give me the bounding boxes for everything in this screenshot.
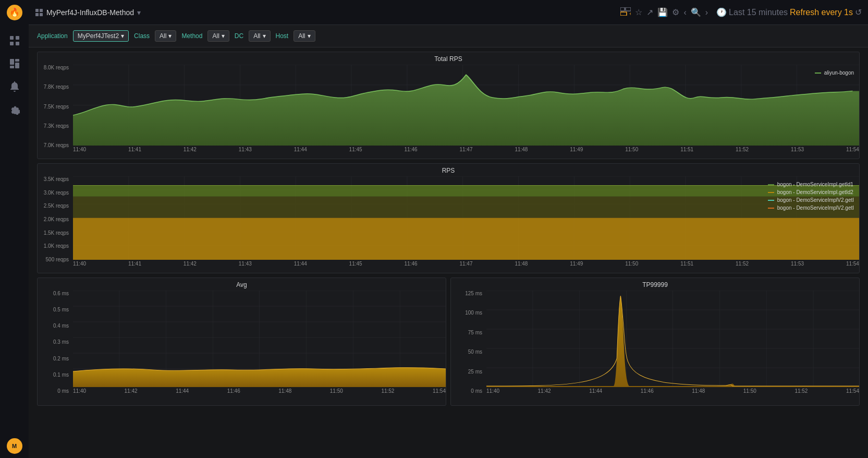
clock-icon: 🕐 (716, 7, 727, 17)
total-rps-title: Total RPS (38, 52, 859, 65)
total-rps-area: 11:4011:4111:4211:4311:44 11:4511:4611:4… (73, 65, 859, 159)
refresh-icon[interactable]: ↺ (855, 7, 862, 17)
rps-yaxis: 3.5K reqps 3.0K reqps 2.5K reqps 2.0K re… (38, 176, 73, 273)
nav-next-icon[interactable]: › (705, 8, 708, 17)
time-info: 🕐 Last 15 minutes Refresh every 1s ↺ (716, 7, 862, 17)
tp99999-area: 11:4011:4211:4411:46 11:4811:5011:5211:5… (486, 291, 859, 405)
add-panel-icon[interactable]: + (620, 7, 631, 18)
title-dropdown[interactable]: ▾ (137, 8, 141, 17)
dashboard-icon[interactable] (5, 54, 24, 73)
filter-class-label: Class (134, 32, 150, 40)
topbar: MyPerf4J-InfluxDB-Method ▾ + ☆ ↗ 💾 ⚙ ‹ 🔍… (29, 0, 868, 25)
svg-rect-8 (15, 63, 19, 68)
legend-rps1: bogon - DemoServiceImpl.getId1 (777, 182, 853, 187)
filter-application-label: Application (37, 32, 68, 40)
filter-method-dropdown[interactable]: All ▾ (207, 30, 229, 42)
svg-rect-13 (40, 13, 43, 16)
total-rps-inner: 8.0K reqps 7.8K reqps 7.5K reqps 7.3K re… (38, 65, 859, 159)
total-rps-yaxis: 8.0K reqps 7.8K reqps 7.5K reqps 7.3K re… (38, 65, 73, 159)
svg-rect-6 (10, 59, 14, 65)
legend-rps4: bogon - DemoServiceImplV2.getI (777, 205, 854, 211)
avg-xaxis: 11:4011:4211:4411:46 11:4811:5011:5211:5… (73, 387, 446, 396)
svg-rect-3 (16, 36, 19, 40)
avg-area: 11:4011:4211:4411:46 11:4811:5011:5211:5… (73, 291, 446, 405)
rps-legend: bogon - DemoServiceImpl.getId1 bogon - D… (768, 182, 854, 213)
app-logo[interactable]: 🔥 (6, 4, 23, 21)
save-icon[interactable]: 💾 (657, 7, 668, 17)
tp99999-yaxis: 125 ms 100 ms 75 ms 50 ms 25 ms 0 ms (451, 291, 486, 405)
settings-icon2[interactable]: ⚙ (672, 7, 679, 17)
bell-icon[interactable] (5, 77, 24, 96)
tp99999-chart: TP99999 125 ms 100 ms 75 ms 50 ms 25 ms … (450, 278, 860, 406)
total-rps-chart: Total RPS 8.0K reqps 7.8K reqps 7.5K req… (37, 52, 860, 159)
topbar-actions: + ☆ ↗ 💾 ⚙ ‹ 🔍 › 🕐 Last 15 minutes Refres… (620, 7, 862, 18)
rps-xaxis: 11:4011:4111:4211:4311:44 11:4511:4611:4… (73, 260, 859, 269)
svg-rect-12 (35, 13, 39, 16)
settings-icon[interactable] (5, 100, 24, 119)
dashboard: Total RPS 8.0K reqps 7.8K reqps 7.5K req… (29, 47, 868, 458)
tp99999-xaxis: 11:4011:4211:4411:46 11:4811:5011:5211:5… (486, 387, 859, 396)
rps-area: 11:4011:4111:4211:4311:44 11:4511:4611:4… (73, 176, 859, 273)
legend-rps3: bogon - DemoServiceImplV2.getI (777, 197, 854, 203)
title-text: MyPerf4J-InfluxDB-Method (46, 8, 134, 17)
svg-rect-11 (40, 9, 43, 12)
refresh-label: Refresh every 1s (790, 8, 853, 17)
svg-rect-14 (620, 7, 625, 11)
rps-chart: RPS 3.5K reqps 3.0K reqps 2.5K reqps 2.0… (37, 163, 860, 273)
tp99999-svg (486, 291, 859, 387)
total-rps-legend: aliyun-bogon (815, 70, 854, 78)
tp99999-inner: 125 ms 100 ms 75 ms 50 ms 25 ms 0 ms (451, 291, 859, 405)
svg-rect-2 (10, 36, 14, 40)
zoom-icon[interactable]: 🔍 (691, 7, 701, 17)
sidebar: 🔥 M (0, 0, 29, 458)
filter-application-dropdown[interactable]: MyPerf4JTest2 ▾ (73, 30, 129, 42)
svg-rect-15 (626, 7, 631, 11)
dashboard-title: MyPerf4J-InfluxDB-Method ▾ (35, 8, 141, 17)
svg-rect-4 (10, 42, 14, 45)
avg-svg (73, 291, 446, 387)
filterbar: Application MyPerf4JTest2 ▾ Class All ▾ … (29, 25, 868, 47)
svg-text:🔥: 🔥 (9, 7, 20, 17)
avg-chart: Avg 0.6 ms 0.5 ms 0.4 ms 0.3 ms 0.2 ms 0… (37, 278, 446, 406)
legend-aliyun: aliyun-bogon (824, 70, 854, 76)
rps-inner: 3.5K reqps 3.0K reqps 2.5K reqps 2.0K re… (38, 176, 859, 273)
user-avatar[interactable]: M (7, 438, 22, 454)
filter-class-dropdown[interactable]: All ▾ (155, 30, 176, 42)
rps-svg (73, 176, 859, 260)
tp99999-title: TP99999 (451, 278, 859, 291)
star-icon[interactable]: ☆ (635, 7, 642, 17)
filter-method-label: Method (181, 32, 202, 40)
main-content: MyPerf4J-InfluxDB-Method ▾ + ☆ ↗ 💾 ⚙ ‹ 🔍… (29, 0, 868, 458)
svg-rect-5 (16, 42, 19, 45)
svg-rect-7 (15, 59, 19, 62)
avg-inner: 0.6 ms 0.5 ms 0.4 ms 0.3 ms 0.2 ms 0.1 m… (38, 291, 446, 405)
svg-rect-10 (35, 9, 39, 12)
grid-icon (35, 8, 43, 17)
filter-host-dropdown[interactable]: All ▾ (294, 30, 315, 42)
rps-title: RPS (38, 164, 859, 176)
sidebar-bottom: M (7, 438, 22, 454)
share-icon[interactable]: ↗ (646, 7, 653, 17)
nav-prev-icon[interactable]: ‹ (683, 8, 686, 17)
total-rps-xaxis: 11:4011:4111:4211:4311:44 11:4511:4611:4… (73, 146, 859, 154)
svg-text:+: + (629, 11, 631, 16)
apps-icon[interactable] (5, 31, 24, 50)
avg-title: Avg (38, 278, 446, 291)
filter-dc-dropdown[interactable]: All ▾ (249, 30, 270, 42)
svg-rect-9 (10, 66, 14, 68)
bottom-charts-row: Avg 0.6 ms 0.5 ms 0.4 ms 0.3 ms 0.2 ms 0… (37, 278, 860, 406)
filter-dc-label: DC (235, 32, 243, 40)
total-rps-svg (73, 65, 859, 146)
svg-rect-16 (620, 12, 627, 16)
legend-rps2: bogon - DemoServiceImpl.getId2 (777, 189, 853, 195)
filter-host-label: Host (276, 32, 289, 40)
avg-yaxis: 0.6 ms 0.5 ms 0.4 ms 0.3 ms 0.2 ms 0.1 m… (38, 291, 73, 405)
time-range: Last 15 minutes (729, 8, 788, 17)
